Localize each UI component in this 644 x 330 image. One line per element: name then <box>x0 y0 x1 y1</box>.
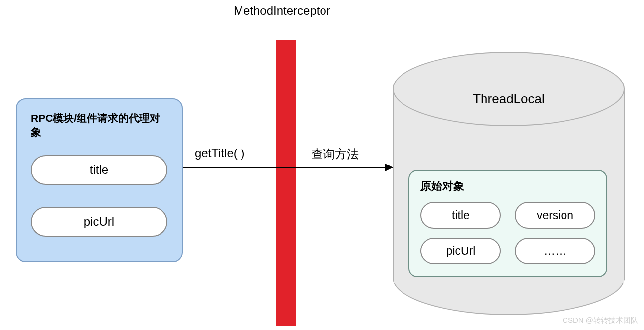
orig-field-picurl: picUrl <box>420 238 501 264</box>
interceptor-bar <box>276 40 296 326</box>
cylinder-top-ellipse <box>393 52 625 126</box>
proxy-field-picurl: picUrl <box>31 207 167 237</box>
orig-field-more: …… <box>515 238 595 264</box>
arrow-head-icon <box>385 164 393 171</box>
proxy-title: RPC模块/组件请求的代理对象 <box>31 111 168 139</box>
threadlocal-label: ThreadLocal <box>393 91 625 107</box>
proxy-object-box: RPC模块/组件请求的代理对象 title picUrl <box>16 98 183 262</box>
proxy-field-title: title <box>31 155 167 185</box>
watermark-text: CSDN @转转技术团队 <box>563 316 638 325</box>
original-object-box: 原始对象 title version picUrl …… <box>408 170 607 277</box>
interceptor-label: MethodInterceptor <box>234 4 330 18</box>
original-title: 原始对象 <box>420 179 595 194</box>
threadlocal-cylinder: ThreadLocal 原始对象 title version picUrl …… <box>393 52 625 315</box>
orig-field-version: version <box>515 202 595 229</box>
arrow-line <box>183 167 393 168</box>
original-fields-grid: title version picUrl …… <box>420 202 595 264</box>
diagram-root: MethodInterceptor RPC模块/组件请求的代理对象 title … <box>0 0 644 330</box>
orig-field-title: title <box>420 202 501 229</box>
arrow-label-gettitle: getTitle( ) <box>195 146 244 160</box>
arrow-label-query: 查询方法 <box>311 146 359 162</box>
